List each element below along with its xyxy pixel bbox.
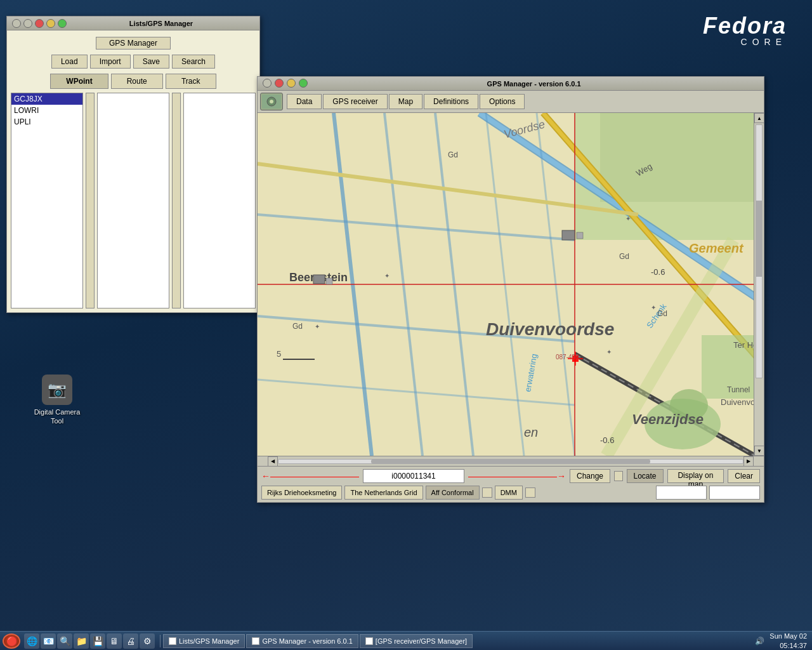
left-arrow: ←—————————— [261, 471, 359, 481]
list-item[interactable]: UPLI [11, 116, 82, 128]
taskbar-icon-2[interactable]: 📧 [41, 633, 56, 649]
wpoint-list[interactable]: GCJ8JX LOWRI UPLI [11, 93, 83, 308]
svg-rect-6 [600, 113, 755, 202]
list-scrollbar-2[interactable] [172, 93, 181, 308]
vscroll-up[interactable]: ▲ [754, 113, 764, 123]
list-scrollbar-1[interactable] [86, 93, 95, 308]
taskbar-icon-3[interactable]: 🔍 [57, 633, 72, 649]
proj-ng-btn[interactable]: The Netherlands Grid [344, 486, 422, 500]
hscroll-track[interactable] [278, 459, 743, 464]
svg-text:en: en [524, 425, 538, 439]
svg-rect-63 [562, 230, 575, 240]
svg-text:-0.6: -0.6 [600, 435, 614, 445]
taskbar-task-gps[interactable]: GPS Manager - version 6.0.1 [246, 634, 358, 648]
lists-win-min[interactable] [46, 19, 55, 28]
gps-win-min[interactable] [287, 79, 296, 88]
taskbar-tasks: Lists/GPS Manager GPS Manager - version … [163, 634, 749, 648]
lists-window-title: Lists/GPS Manager [67, 20, 256, 27]
taskbar-systray: 🔊 Sun May 02 05:14:37 [753, 632, 809, 650]
hscroll-left[interactable]: ◀ [268, 456, 278, 467]
locate-button[interactable]: Locate [627, 469, 664, 483]
taskbar-icon-4[interactable]: 📁 [74, 633, 89, 649]
start-button[interactable]: 🔴 [3, 633, 20, 649]
taskbar-icon-5[interactable]: 💾 [90, 633, 105, 649]
lists-list-panel: GCJ8JX LOWRI UPLI [11, 93, 256, 308]
taskbar-task-receiver[interactable]: [GPS receiver/GPS Manager] [360, 634, 473, 648]
nav-map-btn[interactable]: Map [389, 94, 422, 109]
lists-win-btn-2[interactable] [23, 19, 32, 28]
taskbar-icon-6[interactable]: 🖥 [107, 633, 122, 649]
lists-win-close[interactable] [35, 19, 44, 28]
task-checkbox-2 [252, 637, 259, 645]
gps-win-btn-1[interactable] [263, 79, 272, 88]
tab-route[interactable]: Route [111, 74, 163, 89]
vscroll-down[interactable]: ▼ [754, 446, 764, 456]
gps-window-title: GPS Manager - version 6.0.1 [308, 80, 760, 88]
tab-track[interactable]: Track [166, 74, 216, 89]
svg-text:✦: ✦ [606, 348, 612, 355]
map-container: Voordse Beerestein Gemeent Weg Duivenvoo… [258, 113, 764, 456]
svg-text:5: 5 [277, 349, 281, 359]
svg-text:Gd: Gd [657, 309, 667, 318]
lists-win-controls [11, 19, 67, 28]
coord-row: ←—————————— ——————————→ Change Locate Di… [261, 469, 760, 483]
desktop-icon-camera[interactable]: 📷 Digital CameraTool [32, 375, 82, 426]
lists-gps-manager-window: Lists/GPS Manager GPS Manager Load Impor… [6, 16, 260, 313]
svg-text:Gd: Gd [619, 252, 629, 261]
taskbar-icon-7[interactable]: 🖨 [123, 633, 138, 649]
svg-text:Gd: Gd [292, 322, 303, 331]
svg-text:Duivenvoordse: Duivenvoordse [486, 319, 614, 339]
taskbar-icon-1[interactable]: 🌐 [24, 633, 39, 649]
systray-volume-icon[interactable]: 🔊 [753, 635, 766, 647]
load-button[interactable]: Load [51, 55, 88, 69]
proj-input-1[interactable] [656, 486, 707, 500]
coord-input[interactable] [363, 469, 464, 483]
camera-icon-img: 📷 [42, 375, 72, 405]
map-hscrollbar[interactable]: ◀ ▶ [258, 456, 764, 466]
right-arrow: ——————————→ [468, 471, 566, 481]
import-button[interactable]: Import [90, 55, 131, 69]
change-button[interactable]: Change [570, 469, 610, 483]
list-item[interactable]: GCJ8JX [11, 93, 82, 105]
extra-list[interactable] [183, 93, 256, 308]
nav-receiver-btn[interactable]: GPS receiver [323, 94, 387, 109]
gps-win-close[interactable] [275, 79, 284, 88]
lists-window-titlebar: Lists/GPS Manager [7, 17, 259, 30]
task-label-receiver: [GPS receiver/GPS Manager] [376, 637, 467, 645]
save-button[interactable]: Save [133, 55, 169, 69]
fedora-name: Fedora [703, 13, 787, 39]
dmm-indicator [525, 488, 535, 498]
proj-input-2[interactable] [709, 486, 760, 500]
proj-row: Rijks Driehoeksmeting The Netherlands Gr… [261, 486, 760, 500]
list-item[interactable]: LOWRI [11, 105, 82, 116]
clear-button[interactable]: Clear [728, 469, 760, 483]
taskbar-task-lists[interactable]: Lists/GPS Manager [163, 634, 245, 648]
proj-ac-btn[interactable]: Aff Conformal [426, 486, 480, 500]
map-vscrollbar[interactable]: ▲ ▼ [754, 113, 764, 456]
lists-win-btn-1[interactable] [12, 19, 21, 28]
nav-data-btn[interactable]: Data [287, 94, 322, 109]
gps-win-max[interactable] [299, 79, 308, 88]
display-on-map-button[interactable]: Display on map [667, 469, 724, 483]
tab-wpoint[interactable]: WPoint [50, 74, 108, 89]
search-button[interactable]: Search [172, 55, 215, 69]
svg-text:✦: ✦ [384, 272, 390, 279]
lists-window-content: GPS Manager Load Import Save Search WPoi… [7, 30, 259, 312]
map-area[interactable]: Voordse Beerestein Gemeent Weg Duivenvoo… [258, 113, 755, 456]
detail-list[interactable] [97, 93, 169, 308]
gps-manager-button[interactable]: GPS Manager [96, 37, 171, 50]
nav-options-btn[interactable]: Options [480, 94, 525, 109]
svg-rect-66 [326, 278, 332, 284]
lists-win-max[interactable] [58, 19, 67, 28]
proj-rdm-btn[interactable]: Rijks Driehoeksmeting [261, 486, 342, 500]
svg-text:✦: ✦ [625, 215, 631, 222]
map-svg: Voordse Beerestein Gemeent Weg Duivenvoo… [258, 113, 755, 456]
svg-text:Duivenvoorde: Duivenvoorde [721, 397, 755, 407]
taskbar-icon-8[interactable]: ⚙ [140, 633, 155, 649]
nav-definitions-btn[interactable]: Definitions [424, 94, 478, 109]
task-checkbox-3 [365, 637, 373, 645]
gps-nav-bar: Data GPS receiver Map Definitions Option… [258, 91, 764, 113]
svg-text:Ter Horst: Ter Horst [733, 340, 755, 350]
proj-dmm-btn[interactable]: DMM [495, 486, 523, 500]
hscroll-right[interactable]: ▶ [743, 456, 754, 467]
